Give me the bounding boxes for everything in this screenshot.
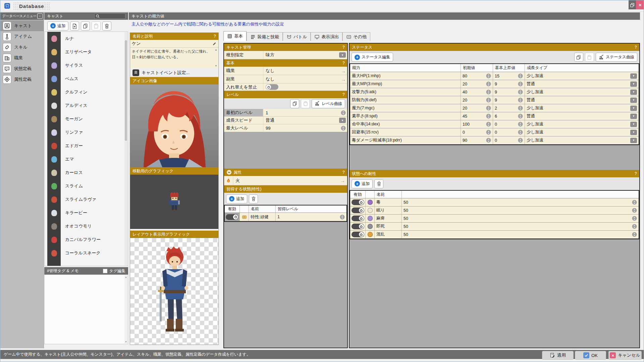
table-row[interactable]: 特性:頑健 1	[225, 213, 346, 221]
paste-button[interactable]	[92, 21, 101, 31]
sidebar-item-state[interactable]: 状態定義	[0, 63, 44, 74]
initial-value-field[interactable]: 40	[461, 88, 493, 96]
stepper-icon[interactable]	[632, 208, 637, 213]
cast-portrait-image[interactable]	[130, 84, 218, 167]
gain-value-field[interactable]: 0	[493, 128, 525, 136]
cast-list-scrollbar[interactable]	[124, 32, 127, 266]
stepper-icon[interactable]	[632, 232, 637, 237]
stepper-icon[interactable]	[341, 110, 346, 115]
gain-value-field[interactable]: 9	[493, 96, 525, 104]
navigate-arrow-icon[interactable]: →	[341, 68, 346, 74]
memo-scrollbar[interactable]: ▲▼	[124, 275, 127, 344]
copy-button[interactable]	[290, 99, 299, 108]
search-input[interactable]	[94, 13, 125, 19]
copy-button[interactable]	[81, 21, 90, 31]
paste-button[interactable]	[585, 53, 594, 62]
growth-type-field[interactable]: 少し加速 ▼	[525, 88, 639, 96]
help-icon[interactable]: ?	[342, 45, 345, 50]
gain-value-field[interactable]: 15	[493, 72, 525, 80]
gain-value-field[interactable]: 9	[493, 80, 525, 88]
table-row[interactable]: 最大MP(3:mmp) 20 9 普通 ▼	[350, 80, 639, 88]
growth-speed-field[interactable]: 普通 ▼	[264, 117, 347, 124]
gain-value-field[interactable]: 9	[493, 88, 525, 96]
list-item[interactable]: エマ	[45, 153, 128, 166]
list-item[interactable]: スライム	[45, 179, 128, 193]
name-field[interactable]: ケン	[130, 40, 218, 48]
walk-graphic-image[interactable]	[130, 175, 218, 229]
chevron-down-icon[interactable]: ▼	[339, 52, 346, 58]
chevron-down-icon[interactable]: ▼	[630, 81, 637, 87]
stepper-icon[interactable]	[518, 98, 523, 103]
maximize-button[interactable]	[629, 0, 636, 9]
initial-value-field[interactable]: 80	[461, 72, 493, 80]
table-row[interactable]: 毒 50	[350, 198, 639, 206]
growth-type-field[interactable]: 少し加速 ▼	[525, 128, 639, 136]
stepper-icon[interactable]	[632, 216, 637, 221]
table-row[interactable]: 魔力(7:mgc) 20 2 少し加速 ▼	[350, 104, 639, 112]
table-row[interactable]: 攻撃力(5:atk) 40 9 少し加速 ▼	[350, 88, 639, 96]
enabled-toggle[interactable]	[352, 224, 364, 229]
sidebar-item-attribute[interactable]: 属性定義	[0, 74, 44, 85]
help-icon[interactable]: ?	[342, 92, 345, 97]
stepper-icon[interactable]	[340, 215, 345, 220]
help-icon[interactable]: ?	[635, 171, 637, 176]
delete-trait-button[interactable]	[249, 194, 258, 203]
growth-type-field[interactable]: 普通 ▼	[525, 96, 639, 104]
growth-type-field[interactable]: 少し加速 ▼	[525, 104, 639, 112]
help-icon[interactable]: ?	[635, 45, 637, 50]
help-icon[interactable]: ?	[342, 170, 345, 175]
status-curve-button[interactable]: ステータス曲線	[596, 53, 637, 62]
trait-level-field[interactable]: 1	[276, 213, 346, 221]
stepper-icon[interactable]	[518, 122, 523, 127]
growth-type-field[interactable]: 少し加速 ▼	[525, 120, 639, 128]
list-item[interactable]: クルフィン	[45, 85, 128, 99]
list-item[interactable]: アルディス	[45, 99, 128, 112]
paste-button[interactable]	[301, 99, 310, 108]
tab-battle[interactable]: バトル	[283, 32, 311, 41]
stepper-icon[interactable]	[341, 126, 346, 131]
list-item[interactable]: サイラス	[45, 59, 128, 72]
list-item[interactable]: モーガン	[45, 112, 128, 126]
tab-basic[interactable]: 基本	[223, 31, 247, 41]
resist-value-field[interactable]: 50	[402, 198, 639, 206]
chevron-down-icon[interactable]: ▼	[630, 130, 637, 135]
stepper-icon[interactable]	[518, 138, 523, 143]
navigate-arrow-icon[interactable]: →	[340, 178, 347, 183]
edit-pencil-icon[interactable]	[212, 42, 217, 46]
stepper-icon[interactable]	[486, 89, 491, 95]
chevron-down-icon[interactable]: ▼	[630, 138, 637, 143]
enabled-toggle[interactable]	[352, 199, 364, 205]
enabled-toggle[interactable]	[352, 207, 364, 213]
subjob-value-field[interactable]: なし →	[264, 75, 347, 83]
gain-value-field[interactable]: 6	[493, 112, 525, 120]
chevron-circle-icon[interactable]	[226, 170, 232, 175]
table-row[interactable]: 素早さ(8:spd) 45 6 普通 ▼	[350, 112, 639, 120]
help-icon[interactable]: ?	[214, 34, 216, 39]
table-row[interactable]: 麻痺 50	[350, 215, 639, 223]
cancel-button[interactable]: × キャンセル	[608, 351, 642, 360]
chevron-down-icon[interactable]: ▼	[630, 122, 637, 127]
table-row[interactable]: 混乱 50	[350, 231, 639, 239]
list-item[interactable]: エリザベータ	[45, 45, 128, 59]
stepper-icon[interactable]	[486, 98, 491, 103]
list-item[interactable]: ルナ	[45, 32, 128, 45]
table-row[interactable]: 回避率(15:rcv) 0 0 少し加速 ▼	[350, 128, 639, 136]
layout-graphic-image[interactable]	[130, 238, 218, 345]
stepper-icon[interactable]	[518, 81, 523, 86]
growth-type-field[interactable]: 普通 ▼	[525, 80, 639, 88]
add-trait-button[interactable]: + 追加	[226, 194, 247, 203]
tab-equipment-skills[interactable]: 装備と技能	[247, 32, 283, 41]
stepper-icon[interactable]	[486, 106, 491, 111]
tab-display[interactable]: 表示演出	[311, 32, 342, 41]
enabled-toggle[interactable]	[352, 232, 364, 237]
table-row[interactable]: 毒ダメージ軽減率(18:pdrr) 90 0 少し加速 ▼	[350, 136, 639, 144]
chevron-down-icon[interactable]: ▼	[630, 114, 637, 119]
level-curve-button[interactable]: レベル曲線	[312, 99, 345, 108]
stepper-icon[interactable]	[632, 224, 637, 229]
navigate-arrow-icon[interactable]: →	[341, 76, 346, 82]
attribute-row[interactable]: 火 →	[224, 176, 347, 185]
initial-value-field[interactable]: 20	[461, 104, 493, 112]
table-row[interactable]: 即死 50	[350, 223, 639, 231]
add-resist-button[interactable]: + 追加	[352, 179, 373, 188]
help-icon[interactable]: ?	[342, 61, 345, 65]
